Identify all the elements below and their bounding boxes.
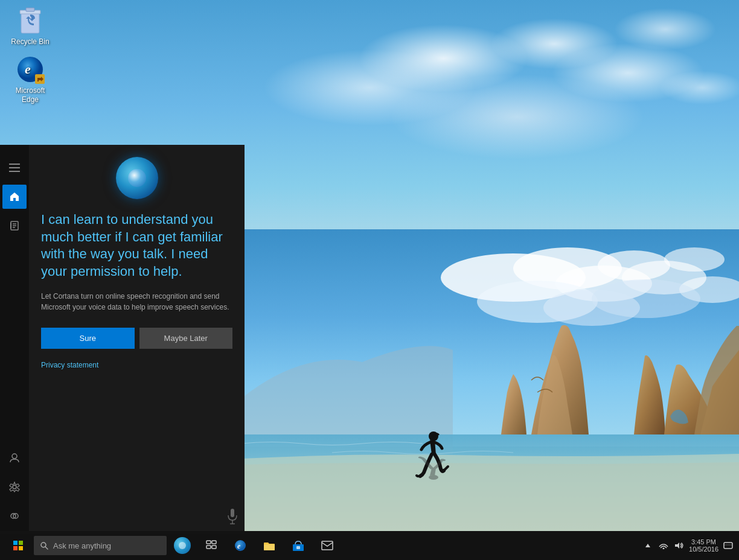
svg-point-27 <box>12 454 17 459</box>
edge-label: Microsoft Edge <box>16 86 45 104</box>
svg-rect-35 <box>19 541 23 545</box>
taskbar-edge-icon: e <box>234 539 246 552</box>
svg-point-7 <box>664 247 725 272</box>
taskbar-mail-icon <box>321 541 333 550</box>
taskbar-clock[interactable]: 3:45 PM 10/5/2016 <box>689 538 718 553</box>
svg-text:e: e <box>25 62 31 77</box>
cortana-description: Let Cortana turn on online speech recogn… <box>41 291 232 313</box>
svg-text:e: e <box>237 542 241 550</box>
desktop-icons: Recycle Bin e Microsoft Edg <box>6 6 54 113</box>
sidebar-person[interactable] <box>2 446 27 470</box>
sidebar-notebook[interactable] <box>2 214 27 238</box>
system-tray: 3:45 PM 10/5/2016 <box>642 538 734 553</box>
privacy-statement-link[interactable]: Privacy statement <box>41 361 232 369</box>
tray-network-icon[interactable] <box>657 539 670 552</box>
taskbar-explorer-button[interactable] <box>256 532 283 559</box>
svg-rect-37 <box>19 546 23 550</box>
task-view-icon <box>206 540 217 551</box>
cortana-panel: I can learn to understand you much bette… <box>0 145 245 534</box>
svg-rect-48 <box>322 541 333 550</box>
svg-point-11 <box>592 279 700 318</box>
edge-icon[interactable]: e Microsoft Edge <box>6 55 54 104</box>
taskbar-date: 10/5/2016 <box>689 546 718 553</box>
cortana-logo <box>116 157 158 199</box>
svg-rect-52 <box>724 542 732 549</box>
taskbar-store-button[interactable] <box>285 532 312 559</box>
sidebar-feedback[interactable] <box>2 504 27 528</box>
task-view-button[interactable] <box>198 532 225 559</box>
search-icon <box>40 541 48 550</box>
svg-point-14 <box>429 475 438 480</box>
svg-rect-26 <box>10 223 11 229</box>
recycle-bin-image <box>16 6 45 35</box>
svg-marker-49 <box>645 544 650 547</box>
taskbar-store-icon <box>292 539 304 552</box>
svg-point-28 <box>13 485 16 489</box>
svg-rect-41 <box>212 541 216 544</box>
sure-button[interactable]: Sure <box>41 328 135 349</box>
taskbar-cortana-button[interactable] <box>169 532 196 559</box>
taskbar-mail-button[interactable] <box>314 532 341 559</box>
svg-rect-42 <box>206 546 211 549</box>
tray-expand-icon[interactable] <box>642 539 654 552</box>
svg-rect-17 <box>26 8 34 11</box>
edge-image: e <box>16 55 45 84</box>
sidebar-home[interactable] <box>2 185 27 209</box>
cortana-content: I can learn to understand you much bette… <box>29 145 245 534</box>
svg-rect-40 <box>206 541 211 544</box>
svg-line-39 <box>45 547 48 549</box>
taskbar: Ask me anything e <box>0 531 739 560</box>
taskbar-edge-button[interactable]: e <box>227 532 254 559</box>
cortana-sidebar <box>0 145 29 534</box>
taskbar-search[interactable]: Ask me anything <box>34 536 167 555</box>
svg-marker-51 <box>675 542 679 549</box>
search-placeholder: Ask me anything <box>53 541 111 550</box>
svg-rect-47 <box>296 546 300 549</box>
start-button[interactable] <box>5 532 31 559</box>
taskbar-cortana-circle <box>174 537 191 554</box>
maybe-later-button[interactable]: Maybe Later <box>139 328 233 349</box>
svg-point-50 <box>663 548 665 550</box>
sidebar-hamburger[interactable] <box>2 156 27 180</box>
taskbar-explorer-icon <box>263 540 275 551</box>
svg-rect-31 <box>231 509 234 517</box>
taskbar-time: 3:45 PM <box>691 538 716 546</box>
tray-notification-icon[interactable] <box>722 539 734 552</box>
microphone-icon[interactable] <box>226 508 238 525</box>
svg-rect-34 <box>13 541 18 545</box>
sidebar-settings[interactable] <box>2 475 27 499</box>
tray-volume-icon[interactable] <box>673 539 685 552</box>
recycle-bin-label: Recycle Bin <box>11 37 49 46</box>
svg-rect-43 <box>212 546 216 549</box>
landscape-svg <box>242 229 739 531</box>
cortana-heading: I can learn to understand you much bette… <box>41 211 232 280</box>
svg-rect-36 <box>13 546 18 550</box>
recycle-bin-icon[interactable]: Recycle Bin <box>6 6 54 46</box>
cortana-buttons: Sure Maybe Later <box>41 328 232 349</box>
